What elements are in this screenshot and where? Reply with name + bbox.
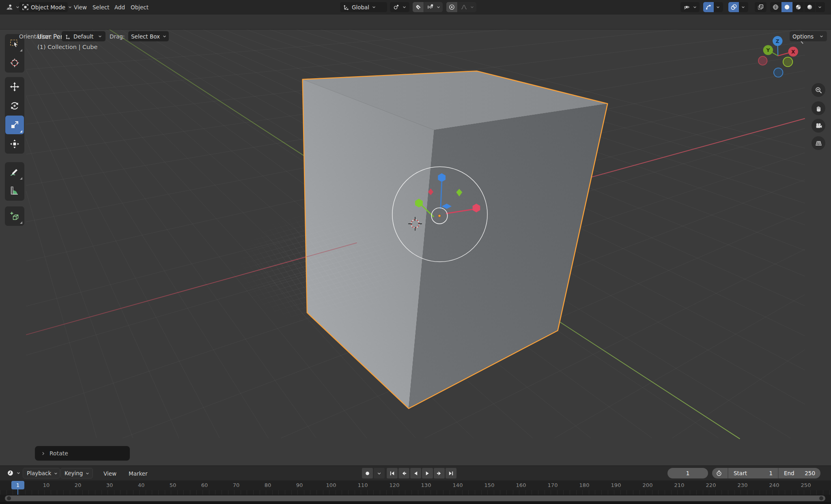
status-bar xyxy=(0,502,831,504)
frame-range-group: Start 1 End 250 xyxy=(712,468,820,478)
chevron-down-icon xyxy=(692,4,698,10)
shading-dropdown[interactable] xyxy=(816,2,825,12)
use-preview-range-button[interactable] xyxy=(712,468,728,478)
tool-transform[interactable] xyxy=(5,135,24,153)
chevron-down-icon xyxy=(819,34,824,39)
drag-mode-dropdown[interactable]: Select Box xyxy=(128,31,169,41)
operator-panel[interactable]: Rotate xyxy=(35,446,130,461)
axis-label-y: Y xyxy=(766,47,770,53)
chevron-right-icon xyxy=(41,451,46,456)
prev-keyframe-button[interactable] xyxy=(398,468,409,478)
shading-material-button[interactable] xyxy=(793,2,804,12)
overlays-icon xyxy=(730,4,737,11)
options-dropdown[interactable]: Options xyxy=(790,31,827,41)
chevron-down-icon xyxy=(16,470,21,476)
xray-toggle[interactable] xyxy=(755,2,766,12)
mode-dropdown[interactable]: Object Mode xyxy=(19,2,68,12)
proportional-editing-button[interactable] xyxy=(446,2,457,12)
show-overlays-toggle[interactable] xyxy=(728,2,739,12)
ruler-tick: 50 xyxy=(170,482,177,488)
ruler-tick: 150 xyxy=(484,482,495,488)
tool-rotate[interactable] xyxy=(5,97,24,115)
operator-panel-label: Rotate xyxy=(50,450,68,457)
viewport-3d[interactable]: Z Y X User Perspective (1) Collection | … xyxy=(0,29,831,465)
shading-rendered-button[interactable] xyxy=(804,2,815,12)
scrollbar-left-handle[interactable] xyxy=(7,496,11,500)
ruler-tick-strip xyxy=(0,490,831,495)
tool-add-cube[interactable] xyxy=(5,207,24,225)
ruler-tick: 110 xyxy=(358,482,368,488)
scrollbar-right-handle[interactable] xyxy=(819,496,823,500)
shading-wireframe-button[interactable] xyxy=(770,2,781,12)
menu-object[interactable]: Object xyxy=(127,0,153,15)
record-icon xyxy=(364,470,370,476)
tool-scale[interactable] xyxy=(5,116,24,134)
subtool-indicator xyxy=(20,130,22,133)
ruler-tick: 20 xyxy=(75,482,82,488)
axis-ball-negy[interactable] xyxy=(783,57,792,66)
jump-to-start-button[interactable] xyxy=(387,468,398,478)
menu-select[interactable]: Select xyxy=(88,0,114,15)
drag-mode-value: Select Box xyxy=(131,33,160,40)
show-gizmo-toggle[interactable] xyxy=(703,2,714,12)
start-value: 1 xyxy=(769,470,773,476)
toggle-perspective-button[interactable] xyxy=(812,136,825,150)
tool-orientation-dropdown[interactable]: Default xyxy=(62,31,105,41)
tool-annotate[interactable] xyxy=(5,163,24,181)
pan-hand-button[interactable] xyxy=(812,101,825,115)
keying-menu[interactable]: Keying xyxy=(60,468,93,478)
tool-cursor[interactable] xyxy=(5,54,24,72)
snap-target-dropdown[interactable] xyxy=(424,2,443,12)
end-value: 250 xyxy=(805,470,815,476)
play-button[interactable] xyxy=(422,468,433,478)
playback-menu[interactable]: Playback xyxy=(23,468,60,478)
current-frame-indicator[interactable]: 1 xyxy=(11,481,24,489)
timeline-editor-type-button[interactable] xyxy=(4,468,21,478)
menu-view[interactable]: View xyxy=(70,0,91,15)
object-origin xyxy=(438,214,441,217)
timeline-marker-menu[interactable]: Marker xyxy=(125,466,151,481)
clock-icon xyxy=(7,470,14,476)
ruler-tick: 40 xyxy=(138,482,145,488)
proportional-falloff-dropdown[interactable] xyxy=(458,2,476,12)
shading-solid-button[interactable] xyxy=(781,2,792,12)
next-keyframe-button[interactable] xyxy=(434,468,445,478)
object-visibility-dropdown[interactable] xyxy=(680,2,700,12)
timeline-scrollbar[interactable] xyxy=(5,495,825,501)
timeline-scroll-region xyxy=(0,495,831,502)
ruler-tick: 70 xyxy=(233,482,240,488)
gizmo-dropdown[interactable] xyxy=(714,2,723,12)
timeline-ruler[interactable]: 1 10 20 30 40 50 60 70 80 90 100 110 120… xyxy=(0,480,831,490)
options-label: Options xyxy=(792,33,814,40)
axis-ball-negz[interactable] xyxy=(774,68,783,77)
keying-set-dropdown[interactable] xyxy=(374,468,385,478)
editor-type-button[interactable] xyxy=(3,2,19,12)
camera-view-button[interactable] xyxy=(812,119,825,133)
end-label: End xyxy=(784,470,794,476)
toolbar-group-add xyxy=(5,206,24,226)
ruler-tick: 240 xyxy=(769,482,779,488)
auto-keying-button[interactable] xyxy=(362,468,373,478)
current-frame-field[interactable]: 1 xyxy=(667,468,708,478)
pivot-point-dropdown[interactable] xyxy=(390,2,409,12)
chevron-down-icon xyxy=(402,4,407,10)
viewport-canvas[interactable]: Z Y X xyxy=(0,29,831,465)
overlays-dropdown[interactable] xyxy=(739,2,748,12)
zoom-button[interactable] xyxy=(812,83,825,97)
snap-toggle-button[interactable] xyxy=(413,2,424,12)
chevron-down-icon xyxy=(436,4,441,10)
tool-move[interactable] xyxy=(5,77,24,96)
ruler-tick: 170 xyxy=(548,482,558,488)
start-label: Start xyxy=(734,470,747,476)
axis-ball-negx[interactable] xyxy=(758,56,767,65)
playback-controls xyxy=(387,468,456,478)
timeline-view-menu[interactable]: View xyxy=(100,466,120,481)
start-frame-field[interactable]: Start 1 xyxy=(728,468,778,478)
play-reverse-button[interactable] xyxy=(410,468,421,478)
tool-measure[interactable] xyxy=(5,182,24,200)
ruler-tick: 10 xyxy=(43,482,50,488)
end-frame-field[interactable]: End 250 xyxy=(779,468,820,478)
jump-to-end-button[interactable] xyxy=(446,468,456,478)
transform-orientation-dropdown[interactable]: Global xyxy=(340,2,387,12)
ruler-tick: 100 xyxy=(326,482,336,488)
